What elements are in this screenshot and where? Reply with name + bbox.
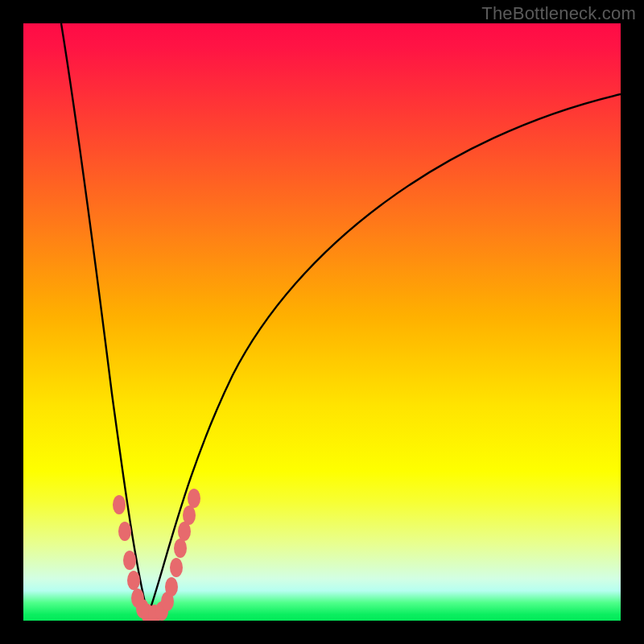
data-marker: [165, 577, 178, 597]
data-marker: [113, 495, 126, 514]
data-marker: [174, 539, 187, 558]
plot-area: [23, 23, 621, 621]
data-marker: [118, 522, 131, 541]
data-marker: [127, 571, 140, 590]
curve-left-arm: [61, 23, 148, 615]
data-marker: [183, 506, 196, 525]
data-marker: [170, 558, 183, 577]
data-marker: [123, 551, 136, 570]
bottleneck-curve: [23, 23, 621, 621]
watermark-label: TheBottleneck.com: [481, 3, 636, 24]
chart-frame: TheBottleneck.com: [0, 0, 644, 644]
curve-right-arm: [148, 94, 621, 615]
data-marker: [188, 489, 200, 508]
